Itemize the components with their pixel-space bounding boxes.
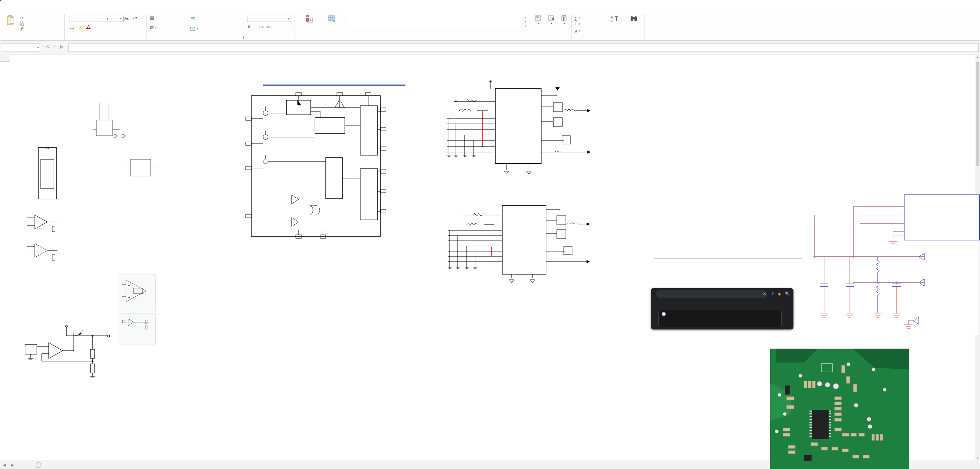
scissors-icon: ✂ (20, 16, 23, 20)
svg-text:✕: ✕ (551, 16, 555, 22)
conditional-format-icon: ≠ (305, 15, 313, 23)
ribbon-tab-bar (0, 2, 980, 14)
figure-fb-setup (805, 194, 978, 335)
insert-cells-icon (535, 15, 542, 22)
group-editing: ∑▾ ⇩▾ ◢▾ AZ (571, 14, 645, 40)
google-calculator-popup: ✕ 🎙 ◉ 🔍 🕓 (651, 288, 794, 329)
sheet-nav-right[interactable]: ▶ (8, 460, 17, 469)
select-all-corner[interactable] (0, 55, 10, 62)
figure-current-limit (85, 97, 174, 190)
figure-fbvddq-calc (650, 216, 805, 281)
insert-function-icon[interactable]: fx (60, 44, 63, 49)
orientation-button[interactable]: ⤴ (156, 16, 158, 20)
font-size-combo[interactable]: ▼ (109, 16, 124, 22)
cut-button[interactable]: ✂ (20, 16, 24, 20)
number-dialog-launcher[interactable] (290, 36, 293, 39)
conditional-format-button[interactable]: ≠ (298, 15, 320, 23)
group-clipboard: ▾ ✂ ▾ (0, 14, 65, 40)
alignment-dialog-launcher[interactable] (240, 36, 243, 39)
sheet-nav-left[interactable]: ◀ (0, 460, 8, 469)
search-icon[interactable]: 🔍 (785, 292, 790, 296)
group-styles: ≠ ▲▼⊽ (294, 14, 532, 40)
history-icon[interactable]: 🕓 (662, 312, 666, 316)
insert-cells-button[interactable]: ▾ (533, 15, 545, 25)
formula-bar: ▼ ⋮ ✕ ✓ fx (0, 41, 980, 55)
delete-cells-icon: ✕ (548, 15, 555, 22)
paste-button[interactable]: ▾ (2, 15, 18, 18)
font-name-combo[interactable]: ▼ (70, 16, 110, 22)
wiki-thumb-application (119, 313, 156, 345)
grow-font-button[interactable]: A▴ (124, 16, 129, 21)
active-cell-outline (0, 0, 2, 2)
wrap-icon (191, 17, 195, 20)
close-icon[interactable]: ✕ (763, 292, 766, 296)
style-gallery (350, 15, 523, 31)
increase-indent-icon[interactable]: ⇥ (154, 27, 157, 30)
excel-window: ▾ ✂ ▾ ▼ ▼ A▴ A▾ 🜄 A (0, 0, 980, 469)
borders-icon[interactable] (70, 25, 75, 30)
align-right-icon[interactable] (150, 27, 154, 30)
sort-filter-button[interactable]: AZ (605, 15, 624, 22)
svg-text:Z: Z (611, 19, 613, 22)
figure-block-diagram (224, 74, 425, 248)
wiki-thumb-internal (119, 275, 156, 312)
align-bottom-icon[interactable] (150, 16, 154, 20)
sigma-icon: ∑ (574, 16, 578, 21)
name-box-split: ⋮ (40, 44, 45, 49)
svg-text:≠: ≠ (310, 18, 312, 22)
clipboard-icon (6, 15, 14, 26)
enter-icon[interactable]: ✓ (53, 44, 56, 49)
format-cells-icon (561, 15, 568, 22)
window-top-strip (0, 0, 980, 2)
clear-button[interactable]: ◢▾ (574, 29, 580, 33)
mic-icon[interactable]: 🎙 (771, 292, 775, 296)
merge-icon (191, 27, 195, 30)
group-number: ▼ 🖩 ←.0 .00→ (245, 14, 294, 40)
copy-icon (20, 22, 24, 26)
formula-input[interactable] (68, 43, 978, 52)
fill-color-button[interactable]: 🜄 (79, 25, 83, 29)
pcb-photo (770, 349, 909, 469)
figure-comparators (19, 210, 72, 270)
inc-decimal-icon[interactable]: ←.0 (259, 26, 263, 28)
wrap-text-button[interactable] (191, 17, 196, 20)
calculator-card: 🕓 (659, 310, 782, 327)
fill-button[interactable]: ⇩▾ (574, 22, 580, 26)
number-format-combo[interactable]: ▼ (247, 16, 291, 22)
lens-icon[interactable]: ◉ (778, 292, 781, 296)
figure-enable-table (591, 76, 696, 104)
font-dialog-launcher[interactable] (142, 36, 145, 39)
font-color-button[interactable]: A (86, 25, 91, 29)
dec-decimal-icon[interactable]: .00→ (266, 26, 272, 28)
brush-icon (20, 27, 24, 30)
eraser-icon: ◢ (574, 29, 577, 33)
figure-operational-modes (590, 106, 698, 190)
currency-icon[interactable]: 🖩 (247, 25, 251, 29)
svg-text:A: A (611, 16, 613, 19)
group-cells: ▾ ✕ ▾ ▾ (532, 14, 572, 40)
name-box[interactable]: ▼ (1, 43, 41, 52)
merge-center-button[interactable]: ▾ (191, 27, 198, 30)
add-sheet-button[interactable] (36, 460, 41, 469)
search-input[interactable] (655, 290, 767, 298)
figure-pinout (16, 137, 87, 202)
clipboard-dialog-launcher[interactable] (60, 36, 63, 39)
format-as-table-icon (328, 15, 336, 23)
cancel-icon[interactable]: ✕ (46, 44, 49, 49)
sort-filter-icon: AZ (611, 15, 619, 22)
find-select-button[interactable] (624, 15, 643, 22)
shrink-font-button[interactable]: A▾ (133, 16, 137, 19)
format-as-table-button[interactable] (322, 15, 342, 23)
figure-independent-mode (445, 205, 592, 302)
figure-ddr-mode (445, 84, 592, 198)
scrollbar-thumb[interactable] (976, 62, 979, 166)
group-alignment: ⤴ ⇤ ⇥ ▾ (146, 14, 245, 40)
ribbon: ▾ ✂ ▾ ▼ ▼ A▴ A▾ 🜄 A (0, 14, 980, 41)
format-cells-button[interactable]: ▾ (558, 15, 571, 25)
binoculars-icon (630, 15, 637, 22)
fill-down-icon: ⇩ (574, 22, 577, 26)
delete-cells-button[interactable]: ✕ ▾ (545, 15, 558, 25)
gallery-scroll[interactable]: ▲▼⊽ (523, 15, 528, 31)
autosum-button[interactable]: ∑▾ (574, 16, 581, 21)
copy-button[interactable]: ▾ (20, 22, 22, 25)
